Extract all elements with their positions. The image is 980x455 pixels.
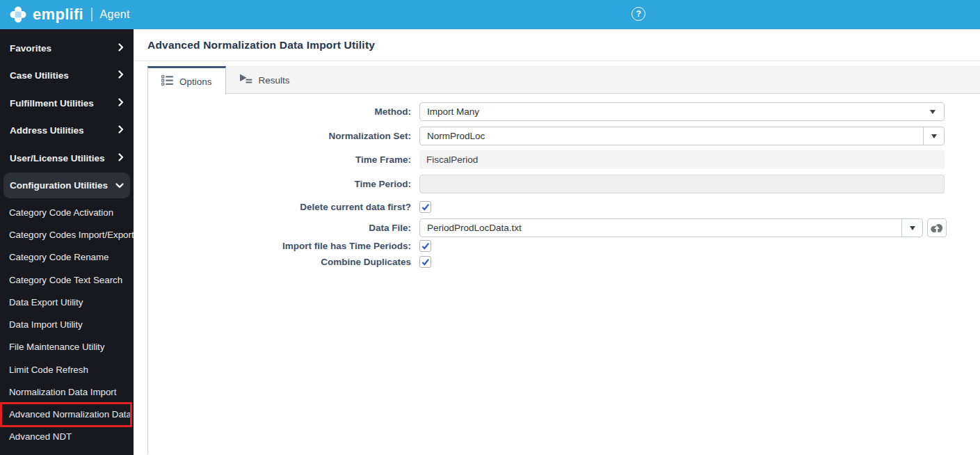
chevron-right-icon xyxy=(118,70,124,81)
time-period-field xyxy=(419,175,945,193)
sidebar-item-label: Category Code Activation xyxy=(9,207,113,218)
help-icon[interactable]: ? xyxy=(632,7,645,21)
normalization-set-value: NormProdLoc xyxy=(420,131,923,141)
sidebar-item-label: Category Codes Import/Export xyxy=(9,230,134,240)
form-row-time-frame: Time Frame: FiscalPeriod xyxy=(148,150,980,169)
options-panel: Method: Import Many Normalization Set: N… xyxy=(147,94,980,454)
sidebar-item-label: Configuration Utilities xyxy=(10,180,108,191)
method-value: Import Many xyxy=(427,106,479,117)
checkmark-icon xyxy=(421,257,430,266)
import-file-time-periods-checkbox[interactable] xyxy=(419,240,431,252)
sidebar-item-category-codes-import-export[interactable]: Category Codes Import/Export xyxy=(0,223,134,246)
form-row-delete-current-data: Delete current data first? xyxy=(148,201,980,213)
form-row-method: Method: Import Many xyxy=(148,102,980,121)
sidebar-item-label: Fulfillment Utilities xyxy=(10,98,94,109)
sidebar-item-label: User/License Utilities xyxy=(10,153,105,163)
chevron-down-icon xyxy=(115,180,124,191)
sidebar-item-label: Category Code Text Search xyxy=(9,275,122,285)
chevron-down-icon xyxy=(930,110,935,114)
time-period-label: Time Period: xyxy=(148,179,411,189)
page-title: Advanced Normalization Data Import Utili… xyxy=(147,39,375,51)
chevron-down-icon xyxy=(910,226,915,230)
sidebar-item-label: Limit Code Refresh xyxy=(9,365,88,375)
list-options-icon xyxy=(161,75,173,88)
sidebar-item-category-code-activation[interactable]: Category Code Activation xyxy=(0,201,134,223)
sidebar-item-label: Normalization Data Import xyxy=(9,387,116,397)
upload-file-button[interactable] xyxy=(927,218,947,237)
sidebar-item-advanced-normalization-data[interactable]: Advanced Normalization Data xyxy=(0,402,132,427)
import-file-time-periods-label: Import file has Time Periods: xyxy=(148,241,411,251)
data-file-value: PeriodProdLocData.txt xyxy=(420,223,901,233)
form-row-import-file-time-periods: Import file has Time Periods: xyxy=(148,240,980,252)
normalization-set-label: Normalization Set: xyxy=(148,131,411,141)
chevron-down-icon xyxy=(931,134,937,138)
sidebar-item-label: Category Code Rename xyxy=(9,252,109,262)
time-frame-field: FiscalPeriod xyxy=(419,150,945,169)
brand: emplifi Agent xyxy=(0,6,130,24)
sidebar-item-label: Advanced Normalization Data xyxy=(9,409,131,420)
method-select[interactable]: Import Many xyxy=(419,102,945,121)
delete-current-data-checkbox[interactable] xyxy=(419,201,431,213)
sidebar-item-category-code-rename[interactable]: Category Code Rename xyxy=(0,246,134,269)
combine-duplicates-label: Combine Duplicates xyxy=(148,257,411,267)
data-file-label: Data File: xyxy=(148,223,411,233)
main-area: Advanced Normalization Data Import Utili… xyxy=(134,29,980,455)
sidebar-item-case-utilities[interactable]: Case Utilities xyxy=(3,63,130,88)
sidebar-item-category-code-text-search[interactable]: Category Code Text Search xyxy=(0,269,134,291)
sidebar-item-advanced-ndt[interactable]: Advanced NDT xyxy=(0,426,134,448)
sidebar-item-configuration-utilities[interactable]: Configuration Utilities xyxy=(3,173,130,198)
combine-duplicates-checkbox[interactable] xyxy=(419,256,431,268)
play-results-icon xyxy=(239,74,252,86)
top-bar: emplifi Agent ? xyxy=(0,0,980,29)
cloud-upload-icon xyxy=(930,223,944,233)
sidebar-item-label: Case Utilities xyxy=(10,70,69,81)
sidebar-item-limit-code-refresh[interactable]: Limit Code Refresh xyxy=(0,358,134,381)
form-row-combine-duplicates: Combine Duplicates xyxy=(148,256,980,268)
sidebar-item-label: Data Import Utility xyxy=(9,319,83,330)
sidebar-item-normalization-data-import[interactable]: Normalization Data Import xyxy=(0,381,134,403)
sidebar-item-data-export-utility[interactable]: Data Export Utility xyxy=(0,291,134,313)
brand-product: Agent xyxy=(100,8,130,21)
tab-options[interactable]: Options xyxy=(147,66,226,95)
sidebar-item-favorites[interactable]: Favorites xyxy=(3,35,130,61)
sidebar-item-label: Data Export Utility xyxy=(9,297,83,308)
brand-divider xyxy=(91,8,93,22)
normalization-set-dropdown-button[interactable] xyxy=(923,127,944,145)
brand-name: emplifi xyxy=(33,6,83,24)
form-row-normalization-set: Normalization Set: NormProdLoc xyxy=(148,127,980,145)
sidebar-item-label: Favorites xyxy=(10,43,51,54)
form-row-time-period: Time Period: xyxy=(148,175,980,193)
data-file-dropdown-button[interactable] xyxy=(901,219,922,237)
method-label: Method: xyxy=(148,106,411,117)
chevron-right-icon xyxy=(118,98,124,109)
sidebar-item-label: Address Utilities xyxy=(10,125,84,136)
sidebar-item-label: Advanced NDT xyxy=(9,431,72,442)
checkmark-icon xyxy=(421,241,430,250)
normalization-set-combobox[interactable]: NormProdLoc xyxy=(419,127,945,145)
chevron-right-icon xyxy=(118,125,124,136)
sidebar: Favorites Case Utilities Fulfillment Uti… xyxy=(0,29,134,455)
sidebar-item-user-license-utilities[interactable]: User/License Utilities xyxy=(3,145,130,171)
help-glyph: ? xyxy=(636,9,641,19)
form-row-data-file: Data File: PeriodProdLocData.txt xyxy=(148,218,980,237)
tab-label: Results xyxy=(259,75,290,86)
time-frame-label: Time Frame: xyxy=(148,154,411,165)
sidebar-item-fulfillment-utilities[interactable]: Fulfillment Utilities xyxy=(3,90,130,116)
checkmark-icon xyxy=(421,202,430,211)
sidebar-item-file-maintenance-utility[interactable]: File Maintenance Utility xyxy=(0,336,134,358)
tab-label: Options xyxy=(179,77,212,87)
tab-bar: Options Results xyxy=(147,66,980,94)
chevron-right-icon xyxy=(118,43,124,54)
sidebar-item-data-import-utility[interactable]: Data Import Utility xyxy=(0,313,134,335)
data-file-combobox[interactable]: PeriodProdLocData.txt xyxy=(419,218,923,237)
tab-results[interactable]: Results xyxy=(226,66,303,94)
title-bar: Advanced Normalization Data Import Utili… xyxy=(134,29,980,61)
sidebar-item-address-utilities[interactable]: Address Utilities xyxy=(3,118,130,143)
emplifi-logo-icon xyxy=(9,6,27,24)
chevron-right-icon xyxy=(118,153,124,163)
delete-current-data-label: Delete current data first? xyxy=(148,202,411,212)
sidebar-item-label: File Maintenance Utility xyxy=(9,342,104,352)
